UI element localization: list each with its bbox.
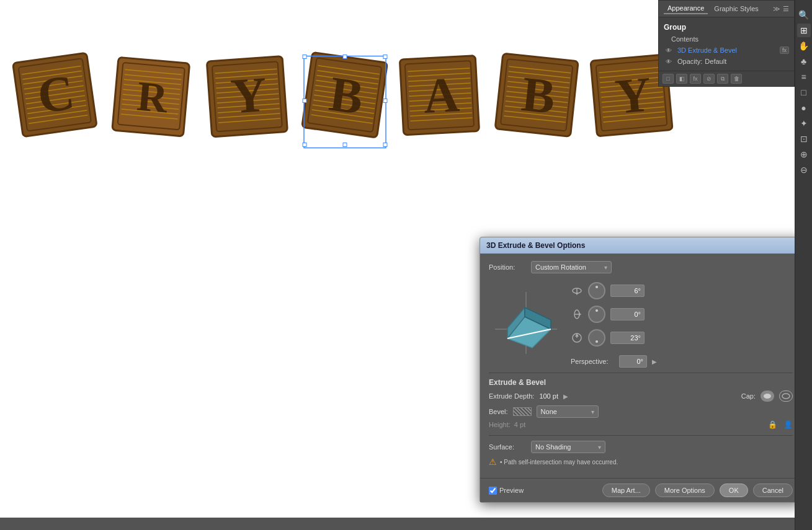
surface-label: Surface: — [489, 443, 526, 451]
height-value: 4 pt — [514, 421, 525, 428]
tool-export[interactable]: ⊖ — [797, 163, 811, 177]
contents-row: Contents — [664, 33, 789, 45]
svg-text:B: B — [519, 66, 558, 124]
lock-proportional-btn[interactable]: 🔒 — [768, 420, 777, 429]
bevel-label: Bevel: — [489, 408, 508, 415]
toolbox: 🔍 ⊞ ✋ ♣ ≡ □ ● ✦ ⊡ ⊕ ⊖ — [795, 0, 812, 530]
svg-point-122 — [782, 394, 790, 399]
tab-appearance[interactable]: Appearance — [664, 3, 708, 14]
clear-appearance-btn[interactable]: ⊘ — [703, 74, 715, 84]
perspective-arrow-icon[interactable]: ▶ — [652, 358, 657, 365]
tool-layers[interactable]: ⊕ — [797, 148, 811, 161]
letter-b-tile[interactable]: B — [301, 50, 391, 155]
cap-open-btn[interactable] — [779, 391, 793, 402]
dialog-buttons: Preview Map Art... More Options OK Cance… — [480, 478, 795, 502]
dropdown-arrow-icon: ▾ — [604, 264, 607, 271]
surface-value: No Shading — [535, 443, 571, 451]
panel-menu-icon[interactable]: ≫ — [773, 5, 780, 13]
tool-hand[interactable]: ✋ — [797, 39, 811, 53]
rotation-y-dial[interactable] — [588, 306, 605, 323]
rotation-y-row — [571, 306, 793, 323]
eye-icon[interactable]: 👁 — [664, 46, 674, 54]
preview-checkbox-input[interactable] — [489, 487, 497, 495]
position-label: Position: — [489, 263, 526, 271]
tool-star[interactable]: ✦ — [797, 117, 811, 130]
bevel-row: Bevel: None ▾ — [489, 405, 793, 418]
letter-y-tile: Y — [205, 50, 295, 155]
tool-search[interactable]: 🔍 — [797, 8, 811, 22]
letter-a-tile: A — [397, 50, 487, 155]
tool-circle[interactable]: ● — [797, 101, 811, 115]
more-options-button[interactable]: More Options — [655, 484, 715, 497]
extrude-depth-row: Extrude Depth: 100 pt ▶ Cap: — [489, 391, 793, 402]
tool-sym[interactable]: ♣ — [797, 55, 811, 68]
dialog-divider-2 — [489, 435, 793, 436]
surface-row: Surface: No Shading ▾ — [489, 441, 793, 453]
rotation-y-icon — [571, 308, 583, 320]
ok-button[interactable]: OK — [720, 484, 748, 497]
rotation-z-input[interactable] — [610, 332, 645, 344]
appearance-panel-header: Appearance Graphic Styles ≫ ☰ — [659, 1, 794, 17]
letter-b2-tile: B — [493, 50, 583, 155]
rotation-z-row — [571, 329, 793, 347]
svg-marker-114 — [575, 293, 579, 295]
tool-grid[interactable]: ⊡ — [797, 132, 811, 146]
cap-label: Cap: — [741, 392, 756, 400]
perspective-input[interactable] — [619, 355, 647, 368]
letter-r-tile: R — [109, 50, 199, 155]
bevel-swatch — [513, 407, 532, 416]
rotation-x-row — [571, 282, 793, 299]
rotation-x-dial[interactable] — [588, 282, 605, 299]
duplicate-item-btn[interactable]: ⧉ — [717, 74, 728, 84]
rotation-y-input[interactable] — [610, 308, 645, 320]
position-dropdown[interactable]: Custom Rotation ▾ — [531, 261, 612, 273]
tool-transform[interactable]: ⊞ — [797, 24, 811, 37]
extrude-depth-value: 100 pt — [539, 392, 558, 400]
height-label: Height: — [489, 421, 511, 428]
bevel-dropdown[interactable]: None ▾ — [537, 405, 599, 418]
bevel-dropdown-arrow-icon: ▾ — [591, 409, 594, 415]
extrude-depth-arrow-icon[interactable]: ▶ — [563, 393, 568, 400]
svg-point-121 — [764, 394, 771, 399]
svg-text:Y: Y — [229, 67, 269, 124]
surface-dropdown[interactable]: No Shading ▾ — [531, 441, 605, 453]
appearance-panel-bottom: □ ◧ fx ⊘ ⧉ 🗑 — [659, 71, 794, 86]
tab-graphic-styles[interactable]: Graphic Styles — [710, 4, 762, 14]
perspective-label: Perspective: — [571, 358, 614, 365]
lock-icon2[interactable]: 👤 — [783, 420, 793, 429]
dialog-3d-extrude-bevel: 3D Extrude & Bevel Options Position: Cus… — [480, 237, 795, 503]
svg-text:C: C — [34, 64, 77, 123]
svg-text:Y: Y — [613, 66, 653, 124]
tool-rect[interactable]: □ — [797, 86, 811, 99]
panel-options-icon[interactable]: ☰ — [783, 5, 789, 13]
effect-row[interactable]: 👁 3D Extrude & Bevel fx — [664, 45, 789, 56]
svg-text:A: A — [422, 67, 461, 123]
svg-text:R: R — [135, 72, 170, 121]
surface-dropdown-arrow-icon: ▾ — [598, 444, 601, 451]
warning-row: ⚠ • Path self-intersection may have occu… — [489, 457, 793, 467]
add-effect-btn[interactable]: fx — [690, 74, 701, 84]
warning-text: • Path self-intersection may have occurr… — [500, 459, 618, 466]
perspective-row: Perspective: ▶ — [571, 355, 793, 368]
height-row: Height: 4 pt 🔒 👤 — [489, 420, 793, 429]
dialog-divider — [489, 373, 793, 373]
dialog-title: 3D Extrude & Bevel Options — [486, 241, 585, 250]
cap-filled-btn[interactable] — [761, 391, 774, 402]
opacity-row: 👁 Opacity: Default — [664, 56, 789, 67]
cancel-button[interactable]: Cancel — [753, 484, 793, 497]
delete-item-btn[interactable]: 🗑 — [731, 74, 742, 84]
tool-lines[interactable]: ≡ — [797, 70, 811, 84]
preview-checkbox[interactable]: Preview — [489, 487, 524, 495]
preview-area: Perspective: ▶ — [489, 280, 793, 368]
add-new-fill-btn[interactable]: ◧ — [676, 74, 687, 84]
bevel-value: None — [541, 408, 557, 415]
map-art-button[interactable]: Map Art... — [602, 484, 650, 497]
cube-preview[interactable] — [489, 280, 563, 360]
svg-marker-117 — [579, 312, 581, 316]
preview-label: Preview — [499, 487, 524, 494]
rotation-x-input[interactable] — [610, 285, 645, 297]
extrude-depth-label: Extrude Depth: — [489, 392, 534, 400]
opacity-eye-icon[interactable]: 👁 — [664, 58, 674, 65]
rotation-z-dial[interactable] — [588, 329, 605, 347]
add-new-stroke-btn[interactable]: □ — [663, 74, 674, 84]
